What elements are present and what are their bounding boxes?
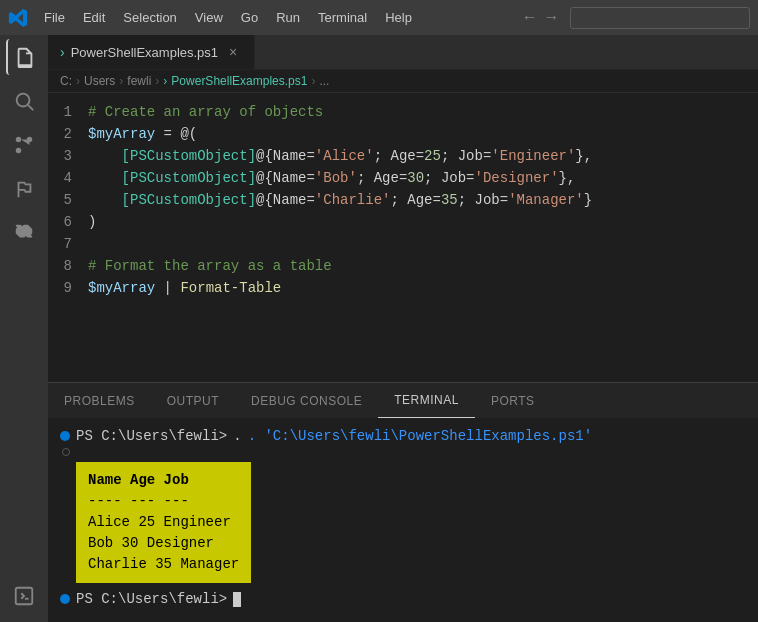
- nav-arrows: ← →: [521, 9, 560, 27]
- code-line: 9$myArray | Format-Table: [48, 277, 758, 299]
- terminal-table: Name Age Job---- --- ---Alice 25 Enginee…: [76, 462, 251, 583]
- tab-ps-icon: ›: [60, 44, 65, 60]
- main-container: › PowerShellExamples.ps1 × C: › Users › …: [0, 35, 758, 622]
- menu-help[interactable]: Help: [377, 6, 420, 29]
- menu-run[interactable]: Run: [268, 6, 308, 29]
- terminal-dot-cmd: .: [233, 426, 241, 446]
- code-content: $myArray | Format-Table: [88, 277, 281, 299]
- line-number: 1: [48, 101, 88, 123]
- source-control-icon[interactable]: [6, 127, 42, 163]
- table-data-row: Charlie 35 Manager: [88, 554, 239, 575]
- line-number: 9: [48, 277, 88, 299]
- terminal-line-1: PS C:\Users\fewli> . . 'C:\Users\fewli\P…: [60, 426, 746, 446]
- terminal-line-dot: [60, 448, 746, 456]
- code-line: 3 [PSCustomObject]@{Name='Alice'; Age=25…: [48, 145, 758, 167]
- tab-debug-console[interactable]: DEBUG CONSOLE: [235, 383, 378, 418]
- line-number: 7: [48, 233, 88, 255]
- code-line: 2$myArray = @(: [48, 123, 758, 145]
- tab-terminal[interactable]: TERMINAL: [378, 383, 475, 418]
- table-header-row: ---- --- ---: [88, 491, 239, 512]
- code-content: [PSCustomObject]@{Name='Bob'; Age=30; Jo…: [88, 167, 575, 189]
- code-line: 4 [PSCustomObject]@{Name='Bob'; Age=30; …: [48, 167, 758, 189]
- menu-terminal[interactable]: Terminal: [310, 6, 375, 29]
- svg-point-2: [16, 137, 22, 143]
- code-line: 5 [PSCustomObject]@{Name='Charlie'; Age=…: [48, 189, 758, 211]
- menu-selection[interactable]: Selection: [115, 6, 184, 29]
- code-content: # Create an array of objects: [88, 101, 323, 123]
- activity-bar: [0, 35, 48, 622]
- line-number: 3: [48, 145, 88, 167]
- breadcrumb-ellipsis: ...: [319, 74, 329, 88]
- menu-go[interactable]: Go: [233, 6, 266, 29]
- code-line: 8# Format the array as a table: [48, 255, 758, 277]
- editor-area: › PowerShellExamples.ps1 × C: › Users › …: [48, 35, 758, 622]
- run-debug-icon[interactable]: [6, 171, 42, 207]
- menu-edit[interactable]: Edit: [75, 6, 113, 29]
- tab-bar: › PowerShellExamples.ps1 ×: [48, 35, 758, 70]
- panel: PROBLEMS OUTPUT DEBUG CONSOLE TERMINAL P…: [48, 382, 758, 622]
- code-content: ): [88, 211, 96, 233]
- breadcrumb-ps-icon: ›: [163, 74, 167, 88]
- terminal-cursor: [233, 592, 241, 607]
- code-content: [PSCustomObject]@{Name='Alice'; Age=25; …: [88, 145, 592, 167]
- back-arrow[interactable]: ←: [521, 9, 539, 27]
- tab-output[interactable]: OUTPUT: [151, 383, 235, 418]
- terminal-prompt-2: PS C:\Users\fewli>: [76, 589, 227, 609]
- terminal-line-2: PS C:\Users\fewli>: [60, 589, 746, 609]
- tab-ports[interactable]: PORTS: [475, 383, 551, 418]
- extensions-icon[interactable]: [6, 215, 42, 251]
- line-number: 2: [48, 123, 88, 145]
- tab-problems[interactable]: PROBLEMS: [48, 383, 151, 418]
- code-content: # Format the array as a table: [88, 255, 332, 277]
- line-number: 4: [48, 167, 88, 189]
- terminal-content: PS C:\Users\fewli> . . 'C:\Users\fewli\P…: [48, 418, 758, 622]
- terminal-file-path: . 'C:\Users\fewli\PowerShellExamples.ps1…: [248, 426, 592, 446]
- menu-file[interactable]: File: [36, 6, 73, 29]
- code-editor[interactable]: 1# Create an array of objects2$myArray =…: [48, 93, 758, 382]
- code-line: 6): [48, 211, 758, 233]
- code-line: 1# Create an array of objects: [48, 101, 758, 123]
- line-number: 8: [48, 255, 88, 277]
- search-icon[interactable]: [6, 83, 42, 119]
- breadcrumb-fewli: fewli: [127, 74, 151, 88]
- panel-tabs: PROBLEMS OUTPUT DEBUG CONSOLE TERMINAL P…: [48, 383, 758, 418]
- code-line: 7: [48, 233, 758, 255]
- table-data-row: Bob 30 Designer: [88, 533, 239, 554]
- svg-point-0: [17, 94, 30, 107]
- forward-arrow[interactable]: →: [542, 9, 560, 27]
- breadcrumb: C: › Users › fewli › › PowerShellExample…: [48, 70, 758, 93]
- svg-line-1: [28, 105, 33, 110]
- terminal-icon[interactable]: [6, 578, 42, 614]
- files-icon[interactable]: [6, 39, 42, 75]
- terminal-table-output: Name Age Job---- --- ---Alice 25 Enginee…: [60, 458, 746, 583]
- line-number: 5: [48, 189, 88, 211]
- terminal-dot-2: [60, 594, 70, 604]
- editor-tab[interactable]: › PowerShellExamples.ps1 ×: [48, 35, 255, 69]
- breadcrumb-file: PowerShellExamples.ps1: [171, 74, 307, 88]
- breadcrumb-c: C:: [60, 74, 72, 88]
- vscode-logo-icon: [8, 8, 28, 28]
- terminal-dot-small: [62, 448, 70, 456]
- search-input[interactable]: [570, 7, 750, 29]
- line-number: 6: [48, 211, 88, 233]
- terminal-dot-1: [60, 431, 70, 441]
- tab-close-button[interactable]: ×: [224, 43, 242, 61]
- table-header-row: Name Age Job: [88, 470, 239, 491]
- code-content: $myArray = @(: [88, 123, 197, 145]
- menu-view[interactable]: View: [187, 6, 231, 29]
- table-data-row: Alice 25 Engineer: [88, 512, 239, 533]
- terminal-prompt-1: PS C:\Users\fewli>: [76, 426, 227, 446]
- menu-bar: File Edit Selection View Go Run Terminal…: [0, 0, 758, 35]
- code-content: [PSCustomObject]@{Name='Charlie'; Age=35…: [88, 189, 592, 211]
- breadcrumb-users: Users: [84, 74, 115, 88]
- tab-label: PowerShellExamples.ps1: [71, 45, 218, 60]
